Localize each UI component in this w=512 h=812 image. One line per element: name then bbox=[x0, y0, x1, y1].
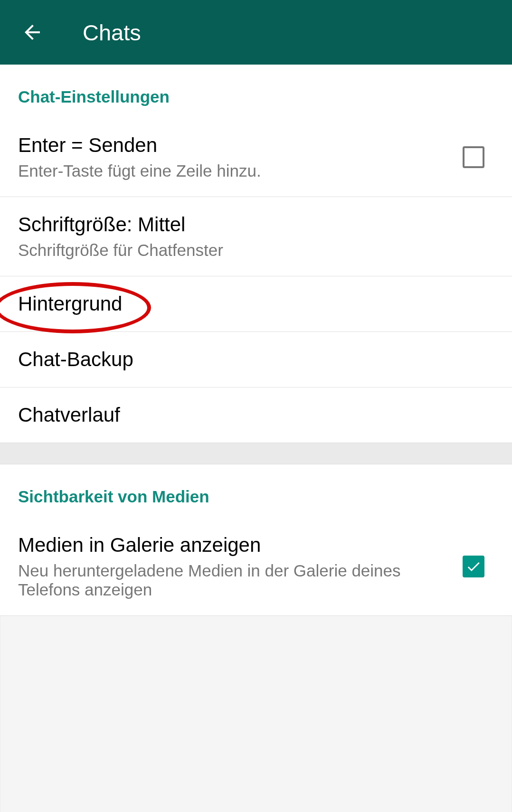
row-chat-history[interactable]: Chatverlauf bbox=[0, 387, 512, 443]
row-subtitle: Enter-Taste fügt eine Zeile hinzu. bbox=[18, 161, 453, 180]
checkmark-icon bbox=[465, 558, 482, 575]
section-chat-settings: Chat-Einstellungen Enter = Senden Enter-… bbox=[0, 65, 512, 443]
row-subtitle: Neu heruntergeladene Medien in der Galer… bbox=[18, 561, 453, 599]
section-media-visibility: Sichtbarkeit von Medien Medien in Galeri… bbox=[0, 464, 512, 616]
section-divider bbox=[0, 443, 512, 464]
checkbox-enter-send[interactable] bbox=[463, 146, 484, 168]
row-title: Medien in Galerie anzeigen bbox=[18, 534, 453, 557]
row-enter-send[interactable]: Enter = Senden Enter-Taste fügt eine Zei… bbox=[0, 118, 512, 197]
app-header: Chats bbox=[0, 0, 512, 65]
row-title: Hintergrund bbox=[18, 293, 484, 315]
row-title: Chat-Backup bbox=[18, 348, 484, 371]
row-title: Chatverlauf bbox=[18, 404, 484, 426]
section-heading-media-visibility: Sichtbarkeit von Medien bbox=[0, 464, 512, 518]
row-media-gallery[interactable]: Medien in Galerie anzeigen Neu herunterg… bbox=[0, 518, 512, 616]
row-wallpaper[interactable]: Hintergrund bbox=[0, 276, 512, 332]
row-font-size[interactable]: Schriftgröße: Mittel Schriftgröße für Ch… bbox=[0, 197, 512, 276]
section-heading-chat-settings: Chat-Einstellungen bbox=[0, 65, 512, 118]
row-title: Schriftgröße: Mittel bbox=[18, 213, 484, 236]
checkbox-media-gallery[interactable] bbox=[463, 556, 484, 577]
row-title: Enter = Senden bbox=[18, 134, 453, 157]
row-chat-backup[interactable]: Chat-Backup bbox=[0, 332, 512, 387]
row-subtitle: Schriftgröße für Chatfenster bbox=[18, 241, 484, 260]
arrow-left-icon bbox=[21, 21, 44, 44]
back-button[interactable] bbox=[18, 18, 47, 47]
settings-content: Chat-Einstellungen Enter = Senden Enter-… bbox=[0, 65, 512, 812]
page-title: Chats bbox=[83, 19, 141, 46]
